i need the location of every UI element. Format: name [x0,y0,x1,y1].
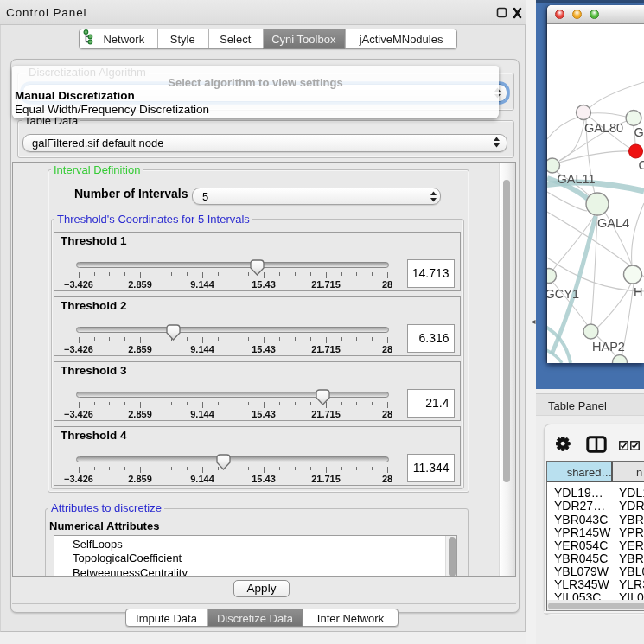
svg-text:GCY1: GCY1 [547,287,579,301]
svg-text:GA: GA [634,125,644,139]
svg-text:GAL4: GAL4 [597,216,629,230]
svg-text:GAL80: GAL80 [584,121,623,135]
svg-text:HAP2: HAP2 [592,340,625,354]
svg-text:C: C [639,158,644,172]
svg-text:GAL11: GAL11 [558,172,596,186]
svg-text:H: H [634,285,642,299]
